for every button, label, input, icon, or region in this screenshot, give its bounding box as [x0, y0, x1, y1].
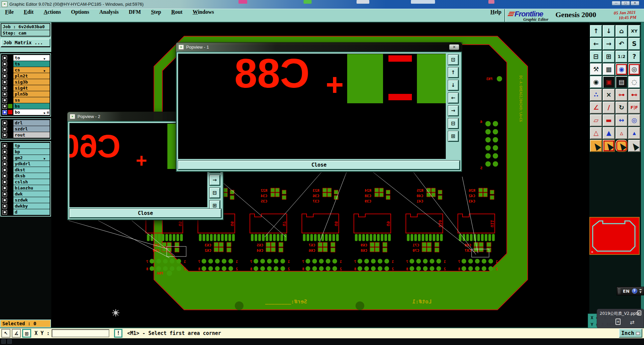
layer-checkbox[interactable]: [3, 162, 7, 166]
layer-row-drl[interactable]: drl: [2, 120, 50, 126]
copy-pad-button[interactable]: ▱: [590, 114, 602, 126]
layer-row-szdwk[interactable]: szdwk: [2, 197, 50, 203]
overlap-circles-button[interactable]: ◎: [628, 114, 640, 126]
gap-measure-button[interactable]: ↔: [615, 114, 628, 126]
layer-row-dwkby[interactable]: dwkby: [2, 203, 50, 209]
help-icon[interactable]: ?: [632, 288, 637, 294]
triangle-tool-3-button[interactable]: ▵: [615, 127, 628, 139]
layer-checkbox[interactable]: [3, 150, 7, 154]
layer-checkbox[interactable]: [3, 86, 7, 90]
layer-checkbox[interactable]: [3, 74, 7, 78]
popview-1-close-button[interactable]: Close: [178, 161, 460, 170]
zoom-in-button[interactable]: ⊞: [603, 51, 615, 63]
menu-options[interactable]: Options: [66, 9, 94, 15]
layer-row-sig3b[interactable]: sig3b: [2, 79, 50, 85]
net-highlight-button[interactable]: ◉: [615, 63, 628, 75]
menu-windows[interactable]: Windows: [187, 9, 219, 15]
layer-row-bo[interactable]: bo▲⊞: [2, 109, 50, 115]
popview-1-titlebar[interactable]: ✕ Popview - 1 ✕: [176, 43, 462, 52]
popview-2-close-button[interactable]: Close: [69, 209, 221, 218]
select-reference-button[interactable]: ◌: [628, 76, 640, 88]
point-to-pad-button[interactable]: ⊶: [615, 89, 628, 101]
maximize-button[interactable]: ▢: [621, 1, 630, 5]
layer-checkbox[interactable]: [3, 198, 7, 202]
pan-left-button[interactable]: ←: [448, 93, 459, 103]
close-button[interactable]: ✕: [631, 1, 639, 5]
layer-checkbox[interactable]: [3, 110, 7, 114]
popview-1-close-icon[interactable]: ✕: [449, 44, 459, 50]
net-endpoints-button[interactable]: ◎: [628, 63, 640, 75]
zoom-out-button[interactable]: ⊟: [448, 118, 459, 129]
layer-row-dkst[interactable]: dkst: [2, 167, 50, 173]
menu-help[interactable]: Help: [486, 9, 505, 15]
trace-segment-button[interactable]: ▬: [603, 114, 615, 126]
layer-checkbox[interactable]: [3, 98, 7, 102]
layer-checkbox[interactable]: [3, 204, 7, 208]
units-dropdown[interactable]: Inch: [619, 329, 642, 338]
job-matrix-button[interactable]: Job Matrix ...: [1, 39, 50, 47]
angle-measure-button[interactable]: ∠: [590, 102, 602, 114]
xy-window-button[interactable]: XY: [628, 25, 640, 37]
layer-row-pln5b[interactable]: pln5b: [2, 91, 50, 97]
pan-left-button[interactable]: ←: [590, 38, 602, 50]
layer-row-dksb[interactable]: dksb: [2, 173, 50, 179]
previous-view-button[interactable]: ↶: [615, 38, 628, 50]
grip-icon[interactable]: [618, 288, 621, 294]
layer-checkbox[interactable]: [3, 156, 7, 160]
menu-actions[interactable]: Actions: [39, 9, 66, 15]
snap-mode-button[interactable]: ↖: [1, 329, 10, 338]
layer-checkbox[interactable]: [3, 121, 7, 125]
select-rect-button[interactable]: ▲: [603, 140, 615, 152]
pan-down-button[interactable]: ↓: [448, 80, 459, 91]
layer-row-pln2t[interactable]: pln2t: [2, 73, 50, 79]
layer-checkbox[interactable]: [3, 210, 7, 214]
swap-layers-button[interactable]: ▣: [603, 76, 615, 88]
slope-measure-button[interactable]: ∕: [603, 102, 615, 114]
layer-checkbox[interactable]: [3, 144, 7, 148]
mirror-button[interactable]: F|F: [628, 102, 640, 114]
triangle-tool-4-button[interactable]: ▴: [628, 127, 640, 139]
popview-1-window[interactable]: ✕ Popview - 1 ✕ C88 + ⊡↑↓←→⊟⊞ Close: [176, 42, 462, 172]
zoom-out-button[interactable]: ⊟: [210, 188, 220, 198]
layer-row-bs[interactable]: bs: [2, 103, 50, 109]
connectivity-button[interactable]: ∴: [590, 89, 602, 101]
layer-row-to[interactable]: to▲: [2, 55, 50, 61]
menu-edit[interactable]: Edit: [19, 9, 39, 15]
triangle-tool-1-button[interactable]: △: [590, 127, 602, 139]
layer-row-dwk[interactable]: dwk: [2, 191, 50, 197]
select-cursor-button[interactable]: ▲: [590, 140, 602, 152]
minimize-langbar-icon[interactable]: ▬▼: [639, 288, 642, 294]
layer-checkbox[interactable]: [3, 127, 7, 131]
home-view-button[interactable]: ⌂: [615, 25, 628, 37]
select-polygon-button[interactable]: ▲: [615, 140, 628, 152]
pan-down-button[interactable]: ↓: [603, 25, 615, 37]
layer-checkbox[interactable]: [3, 168, 7, 172]
copy-view-button[interactable]: ⊡: [448, 55, 459, 65]
layer-checkbox[interactable]: [3, 192, 7, 196]
delete-feature-button[interactable]: ×: [603, 89, 615, 101]
zoom-out-button[interactable]: ⊟: [590, 51, 602, 63]
measure-ruler-button[interactable]: ▤: [615, 76, 628, 88]
taskbar-icon[interactable]: [7, 339, 12, 344]
minimize-button[interactable]: —: [612, 1, 621, 5]
layer-row-cs[interactable]: cs▲: [2, 67, 50, 73]
layer-row-cslsh[interactable]: cslsh: [2, 179, 50, 185]
layer-checkbox[interactable]: [3, 186, 7, 190]
layer-row-ts[interactable]: ts: [2, 61, 50, 67]
pan-right-button[interactable]: →: [603, 38, 615, 50]
move-feature-button[interactable]: ◉: [590, 76, 602, 88]
layer-checkbox[interactable]: [3, 68, 7, 72]
pad-to-pad-button[interactable]: ⊷: [628, 89, 640, 101]
layer-row-tp[interactable]: tp: [2, 143, 50, 149]
menu-rout[interactable]: Rout: [166, 9, 187, 15]
scale-1-2-button[interactable]: 1:2: [615, 51, 628, 63]
layer-row-d[interactable]: d: [2, 209, 50, 215]
menu-analysis[interactable]: Analysis: [94, 9, 124, 15]
layer-row-bp[interactable]: bp: [2, 149, 50, 155]
rotate-button[interactable]: ↻: [615, 102, 628, 114]
language-indicator[interactable]: EN: [623, 289, 630, 294]
zoom-in-button[interactable]: ⊞: [448, 131, 459, 141]
layer-row-ydkdrl[interactable]: ydkdrl: [2, 161, 50, 167]
layer-checkbox[interactable]: [3, 56, 7, 60]
grid-mode-button[interactable]: ⊞: [22, 329, 31, 338]
